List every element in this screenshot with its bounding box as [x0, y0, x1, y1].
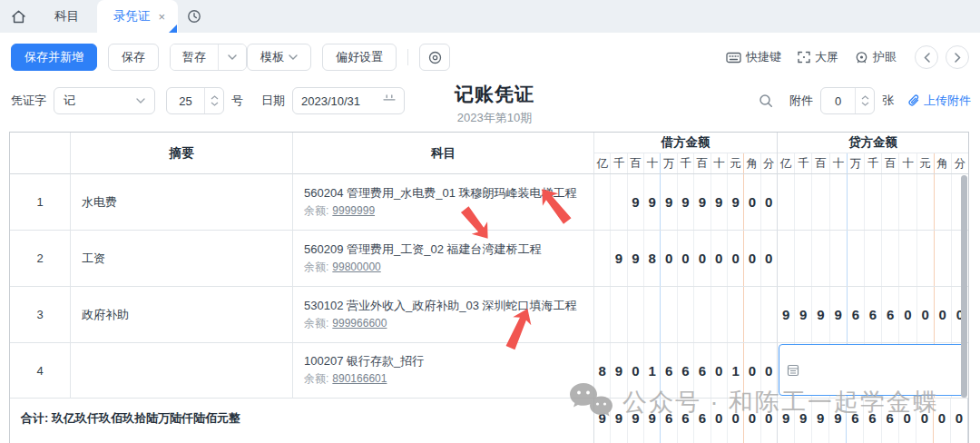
amount-digit-cell[interactable]: 9 — [795, 287, 812, 342]
amount-digit-cell[interactable] — [812, 174, 829, 230]
amount-digit-cell[interactable]: 9 — [628, 399, 644, 443]
amount-digit-cell[interactable]: 9 — [628, 174, 644, 230]
amount-digit-cell[interactable] — [917, 231, 935, 286]
amount-digit-cell[interactable] — [848, 231, 865, 286]
amount-digit-cell[interactable] — [611, 174, 627, 230]
amount-digit-cell[interactable] — [628, 287, 644, 342]
voucher-number-stepper[interactable] — [204, 88, 223, 113]
amount-digit-cell[interactable] — [812, 231, 829, 286]
amount-digit-cell[interactable]: 9 — [795, 399, 812, 443]
amount-digit-cell[interactable]: 0 — [744, 231, 760, 286]
amount-digit-cell[interactable]: 0 — [761, 343, 777, 398]
amount-digit-cell[interactable] — [830, 231, 848, 286]
amount-digit-cell[interactable]: 0 — [661, 231, 677, 286]
template-button[interactable]: 模板 — [247, 44, 311, 71]
balance-value-link[interactable]: 890166601 — [332, 372, 387, 385]
date-input[interactable]: 2023/10/31 — [292, 87, 405, 114]
save-and-new-button[interactable]: 保存并新增 — [11, 44, 97, 71]
amount-digit-cell[interactable] — [795, 174, 812, 230]
next-voucher-button[interactable] — [946, 45, 969, 69]
subject-cell[interactable]: 530102 营业外收入_政府补助_03 深圳蛇口填海工程余额:99996660… — [293, 287, 594, 343]
amount-digit-cell[interactable]: 9 — [611, 343, 627, 398]
draft-button[interactable]: 暂存 — [171, 44, 218, 70]
balance-value-link[interactable]: 9999999 — [332, 204, 375, 217]
amount-digit-cell[interactable] — [899, 174, 916, 230]
debit-amount-cell[interactable] — [594, 287, 778, 343]
amount-digit-cell[interactable]: 6 — [678, 343, 694, 398]
amount-digit-cell[interactable]: 9 — [830, 287, 848, 342]
amount-digit-cell[interactable]: 6 — [661, 343, 677, 398]
amount-digit-cell[interactable]: 0 — [916, 399, 934, 443]
shortcut-keys-button[interactable]: 快捷键 — [726, 49, 781, 65]
amount-digit-cell[interactable]: 9 — [611, 231, 627, 286]
balance-value-link[interactable]: 99800000 — [332, 261, 380, 273]
amount-digit-cell[interactable] — [778, 174, 795, 230]
amount-digit-cell[interactable]: 0 — [694, 231, 710, 286]
amount-digit-cell[interactable]: 0 — [761, 231, 777, 286]
eye-care-button[interactable]: 护眼 — [855, 49, 897, 65]
attachment-count-stepper[interactable] — [855, 88, 874, 113]
voucher-word-select[interactable]: 记 — [54, 87, 155, 114]
amount-digit-cell[interactable]: 1 — [644, 343, 661, 398]
amount-digit-cell[interactable] — [594, 174, 611, 230]
amount-digit-cell[interactable] — [744, 287, 760, 342]
debit-amount-cell[interactable]: 89016660100 — [594, 343, 778, 399]
amount-digit-cell[interactable]: 0 — [744, 343, 760, 398]
amount-digit-cell[interactable]: 0 — [728, 231, 744, 286]
amount-digit-cell[interactable]: 6 — [661, 399, 677, 443]
amount-digit-cell[interactable]: 1 — [728, 343, 744, 398]
amount-digit-cell[interactable] — [644, 287, 661, 342]
amount-digit-cell[interactable]: 6 — [882, 399, 899, 443]
amount-digit-cell[interactable]: 9 — [611, 399, 627, 443]
amount-digit-cell[interactable]: 9 — [711, 174, 728, 230]
amount-digit-cell[interactable] — [935, 231, 952, 286]
amount-digit-cell[interactable] — [611, 287, 627, 342]
amount-digit-cell[interactable]: 0 — [711, 231, 728, 286]
amount-digit-cell[interactable]: 9 — [812, 399, 829, 443]
subject-cell[interactable]: 560204 管理费用_水电费_01 珠穆朗玛峰装电梯工程余额:9999999 — [293, 174, 594, 231]
debit-amount-cell[interactable]: 999999900 — [594, 174, 778, 231]
amount-digit-cell[interactable]: 0 — [628, 343, 644, 398]
amount-digit-cell[interactable] — [865, 174, 882, 230]
amount-digit-cell[interactable]: 9 — [644, 399, 661, 443]
subject-cell[interactable]: 560209 管理费用_工资_02 福建台湾建桥工程余额:99800000 — [293, 231, 594, 287]
amount-digit-cell[interactable]: 6 — [865, 287, 882, 342]
summary-cell[interactable] — [71, 343, 293, 399]
watch-button[interactable] — [419, 44, 450, 71]
amount-digit-cell[interactable] — [761, 287, 777, 342]
amount-digit-cell[interactable]: 0 — [761, 399, 777, 443]
summary-cell[interactable]: 政府补助 — [71, 287, 293, 343]
balance-value-link[interactable]: 999966600 — [332, 317, 387, 330]
amount-digit-cell[interactable] — [795, 231, 812, 286]
amount-digit-cell[interactable] — [882, 231, 899, 286]
attachment-count-input[interactable]: 0 — [820, 87, 875, 114]
amount-digit-cell[interactable]: 6 — [694, 399, 710, 443]
debit-amount-cell[interactable]: 9980000000 — [594, 231, 778, 287]
amount-digit-cell[interactable]: 8 — [594, 343, 611, 398]
amount-digit-cell[interactable]: 9 — [694, 174, 710, 230]
amount-digit-cell[interactable]: 0 — [711, 399, 728, 443]
amount-digit-cell[interactable]: 9 — [661, 174, 677, 230]
amount-digit-cell[interactable]: 9 — [812, 287, 829, 342]
amount-digit-cell[interactable]: 9 — [678, 174, 694, 230]
summary-cell[interactable]: 水电费 — [71, 174, 293, 231]
amount-digit-cell[interactable] — [594, 231, 611, 286]
amount-digit-cell[interactable]: 0 — [934, 399, 951, 443]
amount-digit-cell[interactable]: 6 — [694, 343, 710, 398]
amount-digit-cell[interactable]: 0 — [899, 287, 916, 342]
tab-voucher-entry[interactable]: 录凭证 × — [97, 0, 178, 33]
amount-digit-cell[interactable] — [882, 174, 899, 230]
amount-digit-cell[interactable] — [728, 287, 744, 342]
amount-digit-cell[interactable]: 0 — [728, 399, 744, 443]
amount-digit-cell[interactable] — [848, 174, 865, 230]
amount-digit-cell[interactable]: 9 — [644, 174, 661, 230]
amount-digit-cell[interactable] — [711, 287, 728, 342]
credit-amount-cell[interactable] — [778, 343, 968, 399]
credit-amount-cell[interactable] — [778, 231, 968, 287]
amount-digit-cell[interactable] — [899, 231, 916, 286]
amount-digit-cell[interactable] — [935, 174, 952, 230]
amount-digit-cell[interactable]: 0 — [761, 174, 777, 230]
subject-cell[interactable]: 100207 银行存款_招行余额:890166601 — [293, 343, 594, 399]
home-button[interactable] — [0, 0, 36, 33]
amount-digit-cell[interactable]: 9 — [728, 174, 744, 230]
